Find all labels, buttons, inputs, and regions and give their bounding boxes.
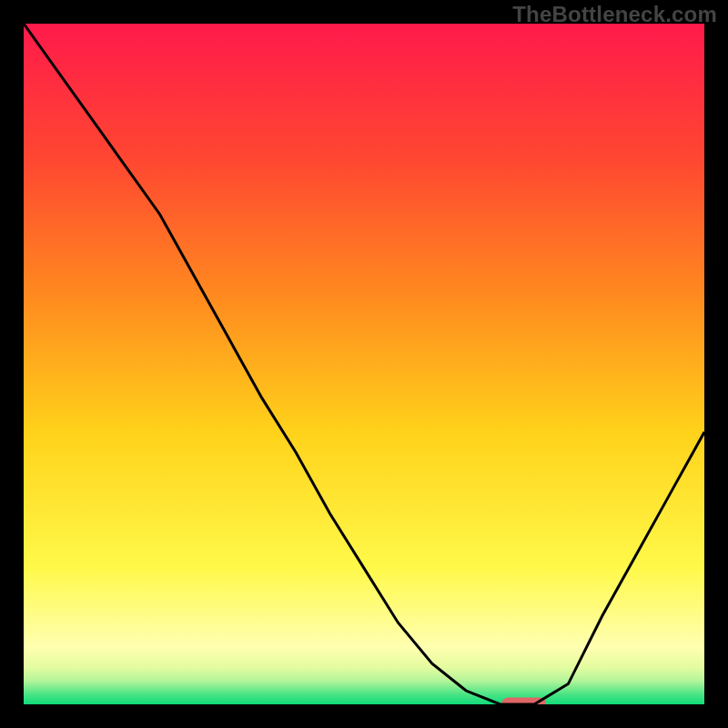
chart-frame: TheBottleneck.com <box>0 0 728 728</box>
plot-area <box>24 24 704 704</box>
chart-svg <box>24 24 704 704</box>
heat-background <box>24 24 704 704</box>
watermark-text: TheBottleneck.com <box>512 2 717 27</box>
